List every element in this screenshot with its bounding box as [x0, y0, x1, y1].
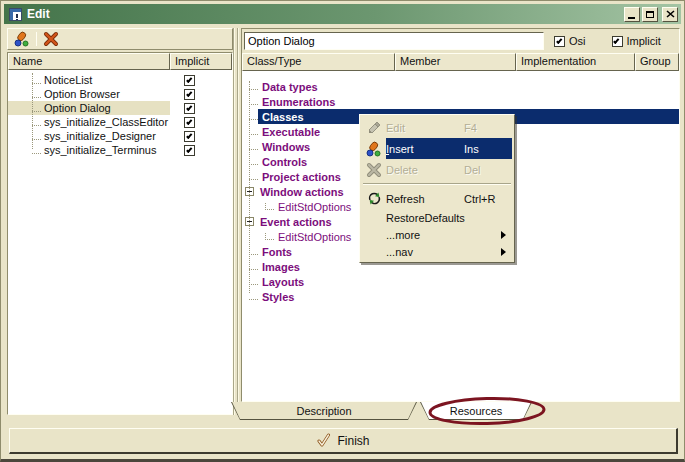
tree-item-label: Data types	[258, 81, 322, 93]
menu-item-refresh[interactable]: Refresh Ctrl+R	[362, 188, 512, 209]
list-toolbar	[7, 28, 233, 50]
osi-checkbox[interactable]	[554, 36, 565, 47]
title-bar[interactable]: Edit	[4, 4, 681, 24]
column-header-implicit[interactable]: Implicit	[170, 53, 232, 70]
close-icon	[666, 10, 675, 18]
menu-item-label: ...more	[386, 229, 464, 241]
implicit-checkbox[interactable]	[184, 145, 195, 156]
toolbar-separator	[36, 32, 37, 46]
list-item-label: Option Browser	[41, 88, 123, 100]
insert-button[interactable]	[12, 30, 32, 48]
implicit-checkbox[interactable]	[184, 89, 195, 100]
check-icon	[186, 132, 192, 138]
menu-item-label: ...nav	[386, 246, 464, 258]
tab-label: Description	[296, 405, 351, 417]
collapse-icon[interactable]	[245, 217, 254, 226]
tree-connector	[249, 143, 258, 150]
tree-connector	[249, 158, 258, 165]
tree-item[interactable]: Enumerations	[242, 94, 679, 109]
list-item-label: sys_initialize_ClassEditor	[41, 116, 171, 128]
table-header: Class/Type Member Implementation Group	[242, 53, 679, 71]
tree-connector	[249, 293, 258, 300]
menu-item-delete[interactable]: Delete Del	[362, 159, 512, 180]
edit-icon	[367, 120, 382, 135]
tree-connector	[265, 233, 274, 240]
column-header-implementation[interactable]: Implementation	[516, 53, 635, 71]
submenu-arrow-icon	[501, 248, 510, 256]
list-item[interactable]: NoticeList	[8, 73, 232, 87]
list-item-selected[interactable]: Option Dialog	[8, 101, 232, 115]
bottom-tabstrip: Description Resources	[231, 402, 532, 420]
column-header-member[interactable]: Member	[395, 53, 516, 71]
panel-splitter[interactable]	[233, 28, 241, 415]
list-item[interactable]: Option Browser	[8, 87, 232, 101]
menu-item-more[interactable]: ...more	[362, 226, 512, 243]
tree-item[interactable]: Layouts	[242, 274, 679, 289]
delete-icon	[43, 31, 59, 47]
collapse-icon[interactable]	[245, 187, 254, 196]
tree-item[interactable]: Styles	[242, 289, 679, 304]
tree-item-label: EditStdOptions	[274, 231, 355, 243]
tree-item-label: Window actions	[256, 186, 348, 198]
check-icon	[186, 90, 192, 96]
check-icon	[556, 37, 562, 43]
menu-shortcut: Ins	[464, 143, 512, 155]
finish-label: Finish	[337, 434, 369, 448]
tab-resources[interactable]: Resources	[420, 402, 532, 420]
finish-button[interactable]: Finish	[9, 428, 678, 454]
list-rows: NoticeList Option Browser Option Dialog …	[8, 70, 232, 157]
menu-item-label: Refresh	[386, 193, 464, 205]
check-icon	[186, 118, 192, 124]
menu-item-label: Insert	[386, 143, 464, 155]
menu-item-label: Delete	[386, 164, 464, 176]
implicit-checkbox[interactable]	[184, 103, 195, 114]
check-icon	[186, 76, 192, 82]
tree-item[interactable]: Data types	[242, 79, 679, 94]
minimize-icon	[628, 17, 635, 19]
menu-item-restoredefaults[interactable]: RestoreDefaults	[362, 209, 512, 226]
tab-label: Resources	[450, 405, 503, 417]
implicit-checkbox[interactable]	[184, 75, 195, 86]
close-button[interactable]	[662, 7, 678, 22]
tree-item-label: Classes	[258, 111, 308, 123]
tree-connector	[32, 133, 41, 140]
maximize-button[interactable]	[642, 7, 658, 22]
tree-connector	[249, 173, 258, 180]
finish-check-icon	[316, 433, 331, 448]
menu-item-edit[interactable]: Edit F4	[362, 117, 512, 138]
menu-item-insert[interactable]: Insert Ins	[362, 138, 512, 159]
column-header-name[interactable]: Name	[8, 53, 170, 70]
options-list-panel: Name Implicit NoticeList Option Browser …	[7, 52, 233, 415]
menu-shortcut: Del	[464, 164, 512, 176]
tree-item-label: Images	[258, 261, 304, 273]
name-input[interactable]	[244, 32, 544, 50]
tree-connector	[265, 203, 274, 210]
minimize-button[interactable]	[624, 7, 640, 22]
tab-description[interactable]: Description	[231, 402, 417, 420]
implicit-checkbox-top[interactable]	[612, 36, 623, 47]
implicit-checkbox[interactable]	[184, 131, 195, 142]
menu-item-nav[interactable]: ...nav	[362, 243, 512, 260]
list-item[interactable]: sys_initialize_Terminus	[8, 143, 232, 157]
tree-connector	[249, 128, 258, 135]
implicit-label: Implicit	[627, 35, 661, 47]
tree-item-label: Executable	[258, 126, 324, 138]
list-item[interactable]: sys_initialize_Designer	[8, 129, 232, 143]
list-item[interactable]: sys_initialize_ClassEditor	[8, 115, 232, 129]
insert-icon	[14, 31, 30, 47]
tree-item-label: Windows	[258, 141, 314, 153]
tree-connector	[32, 105, 41, 112]
tree-item-label: Project actions	[258, 171, 345, 183]
osi-label: Osi	[569, 35, 586, 47]
insert-icon	[366, 141, 382, 157]
tree-connector	[249, 83, 258, 90]
tree-item-label: Enumerations	[258, 96, 339, 108]
list-item-label: sys_initialize_Designer	[41, 130, 159, 142]
submenu-arrow-icon	[501, 231, 510, 239]
column-header-classtype[interactable]: Class/Type	[242, 53, 395, 71]
delete-button[interactable]	[41, 30, 61, 48]
check-icon	[186, 146, 192, 152]
implicit-checkbox[interactable]	[184, 117, 195, 128]
column-header-group[interactable]: Group	[635, 53, 679, 71]
maximize-icon	[646, 11, 654, 18]
